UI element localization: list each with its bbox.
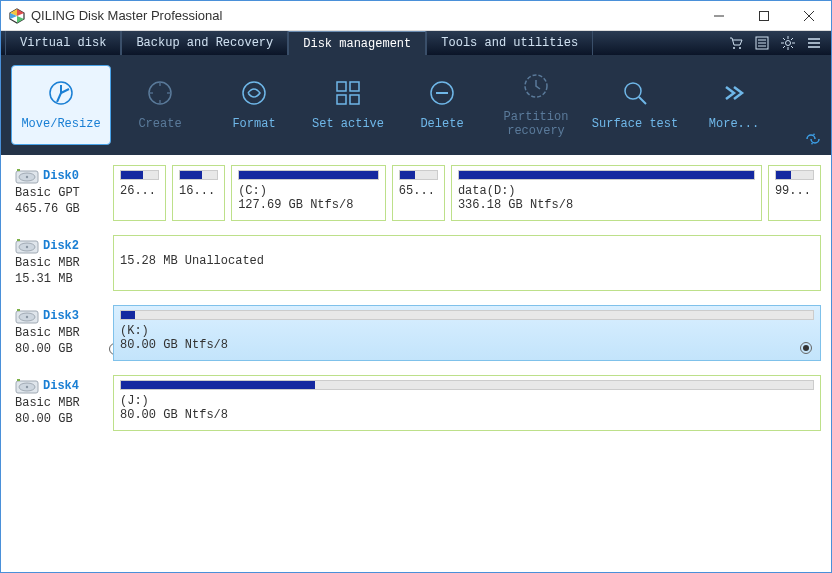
partition-block[interactable]: 99... [768,165,821,221]
disk-name: Disk4 [43,379,79,393]
partition-size: 15.28 MB Unallocated [120,254,814,268]
usage-bar [120,170,159,180]
format-label: Format [232,117,275,131]
partition-size: 80.00 GB Ntfs/8 [120,408,814,422]
move-resize-icon [47,79,75,111]
window-title: QILING Disk Master Professional [31,8,696,23]
svg-rect-46 [17,169,20,171]
tab-tools-utilities[interactable]: Tools and utilities [426,31,593,55]
refresh-icon[interactable] [805,133,821,149]
svg-point-41 [625,83,641,99]
more-icon [720,79,748,111]
svg-rect-58 [17,379,20,381]
disk-row: Disk2Basic MBR15.31 MB15.28 MB Unallocat… [11,235,821,291]
surface-test-label: Surface test [592,117,678,131]
disk-name: Disk2 [43,239,79,253]
delete-label: Delete [420,117,463,131]
window-titlebar: QILING Disk Master Professional [1,1,831,31]
disk-name: Disk3 [43,309,79,323]
disk-row: Disk3Basic MBR80.00 GB(K:)80.00 GB Ntfs/… [11,305,821,361]
tab-disk-management[interactable]: Disk management [288,31,426,55]
disk-type: Basic MBR [15,395,107,411]
svg-rect-6 [759,11,768,20]
disk-size: 80.00 GB [15,341,107,357]
svg-rect-37 [350,95,359,104]
usage-bar [458,170,755,180]
usage-bar [399,170,438,180]
disk-size: 465.76 GB [15,201,107,217]
delete-icon [428,79,456,111]
svg-point-49 [26,246,28,248]
partition-label: (J:) [120,394,814,408]
partition-label: data(D:) [458,184,755,198]
disk-info-cell: Disk0Basic GPT465.76 GB [11,165,107,221]
svg-line-42 [639,97,646,104]
format-icon [240,79,268,111]
more-button[interactable]: More... [689,65,779,145]
more-label: More... [709,117,759,131]
usage-bar [179,170,218,180]
delete-button[interactable]: Delete [397,65,487,145]
surface-test-button[interactable]: Surface test [585,65,685,145]
partition-size: 65... [399,184,438,198]
list-icon[interactable] [755,36,769,50]
partition-block[interactable]: 16... [172,165,225,221]
partition-recovery-button[interactable]: Partition recovery [491,65,581,145]
gear-icon[interactable] [781,36,795,50]
usage-bar [238,170,379,180]
partition-block[interactable]: data(D:)336.18 GB Ntfs/8 [451,165,762,221]
disk-type: Basic MBR [15,255,107,271]
move-resize-button[interactable]: Move/Resize [11,65,111,145]
partition-select-radio[interactable] [800,342,812,354]
svg-marker-1 [17,9,24,16]
svg-rect-35 [350,82,359,91]
maximize-button[interactable] [741,1,786,30]
usage-bar [775,170,814,180]
partition-block[interactable]: (C:)127.69 GB Ntfs/8 [231,165,386,221]
partition-recovery-label: Partition recovery [504,110,569,138]
partition-block[interactable]: 65... [392,165,445,221]
set-active-button[interactable]: Set active [303,65,393,145]
svg-line-23 [783,46,785,48]
surface-test-icon [621,79,649,111]
svg-point-45 [26,176,28,178]
create-button[interactable]: Create [115,65,205,145]
svg-point-53 [26,316,28,318]
app-icon [9,8,25,24]
drive-icon [15,237,39,255]
main-tabbar: Virtual disk Backup and Recovery Disk ma… [1,31,831,55]
disk-type: Basic MBR [15,325,107,341]
tab-backup-recovery[interactable]: Backup and Recovery [121,31,288,55]
disk-name: Disk0 [43,169,79,183]
action-toolbar: Move/Resize Create Format Set active Del… [1,55,831,155]
partition-size: 26... [120,184,159,198]
format-button[interactable]: Format [209,65,299,145]
partition-size: 16... [179,184,218,198]
svg-line-21 [791,46,793,48]
menu-icon[interactable] [807,36,821,50]
partition-block[interactable]: (J:)80.00 GB Ntfs/8 [113,375,821,431]
disk-size: 15.31 MB [15,271,107,287]
partition-block[interactable]: (K:)80.00 GB Ntfs/8 [113,305,821,361]
partition-block[interactable]: 15.28 MB Unallocated [113,235,821,291]
set-active-label: Set active [312,117,384,131]
disk-info-cell: Disk2Basic MBR15.31 MB [11,235,107,291]
partition-size: 80.00 GB Ntfs/8 [120,338,814,352]
disk-row: Disk0Basic GPT465.76 GB26...16...(C:)127… [11,165,821,221]
set-active-icon [334,79,362,111]
close-button[interactable] [786,1,831,30]
disk-list-panel: Disk0Basic GPT465.76 GB26...16...(C:)127… [1,155,831,572]
tab-virtual-disk[interactable]: Virtual disk [5,31,121,55]
partition-label: (K:) [120,324,814,338]
disk-info-cell: Disk4Basic MBR80.00 GB [11,375,107,431]
partition-container: (K:)80.00 GB Ntfs/8 [113,305,821,361]
svg-rect-54 [17,309,20,311]
partition-recovery-icon [522,72,550,104]
partition-block[interactable]: 26... [113,165,166,221]
minimize-button[interactable] [696,1,741,30]
drive-icon [15,167,39,185]
svg-point-57 [26,386,28,388]
cart-icon[interactable] [729,36,743,50]
svg-point-33 [243,82,265,104]
svg-line-20 [783,38,785,40]
